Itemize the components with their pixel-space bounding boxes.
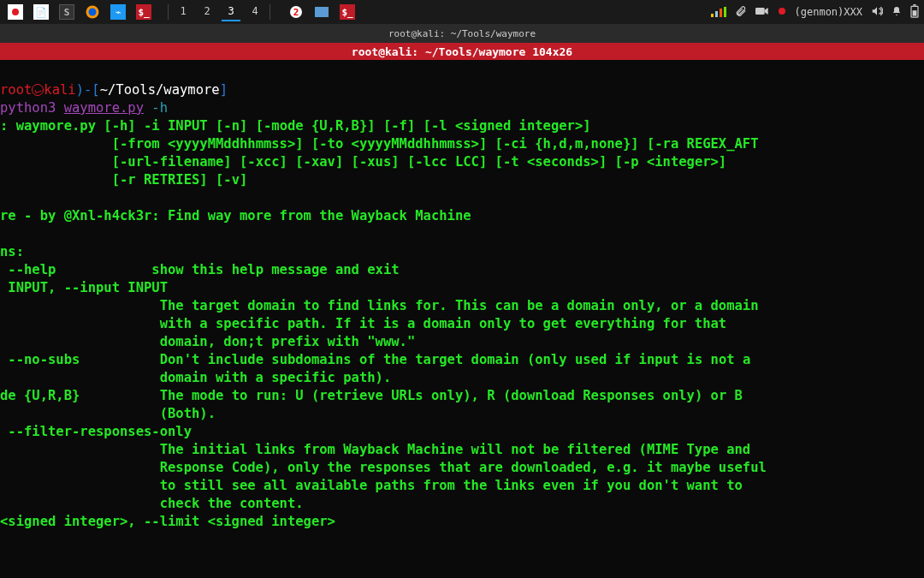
prompt-path: ~/Tools/waymore [100, 82, 220, 98]
opt-input-d3b: domain, don;t prefix with "www." [160, 334, 416, 349]
workspace-3[interactable]: 3 [222, 3, 240, 21]
options-header: ns: [0, 244, 24, 259]
prompt-user: root [0, 82, 32, 98]
attachment-icon[interactable] [735, 5, 747, 20]
opt-input-d3: domain, don;t prefix with "www." [0, 334, 415, 349]
opt-input-d1: The target domain to find links for. Thi… [0, 298, 759, 313]
opt-nosubs-d2: domain with a specific path). [0, 370, 391, 385]
opt-nosubs-d1: Don't include subdomains of the target d… [160, 352, 751, 367]
volume-icon[interactable] [871, 5, 883, 20]
opt-filter-d1: The initial links from Wayback Machine w… [0, 442, 750, 457]
workspace-1[interactable]: 1 [174, 3, 192, 21]
svg-point-1 [89, 9, 97, 16]
opt-filter-d2b: Response Code), only the responses that … [160, 460, 767, 475]
opt-input-d1b: The target domain to find links for. Thi… [160, 298, 759, 313]
usage-l2: [-from <yyyyMMddhhmmss>] [-to <yyyyMMddh… [0, 136, 759, 152]
opt-nosubs-d2b: domain with a specific path). [160, 370, 392, 385]
opt-filter-d3: to still see all available paths from th… [0, 478, 743, 493]
svg-rect-4 [755, 8, 765, 15]
opt-mode: de {U,R,B} The mode to run: U (retrieve … [0, 388, 743, 403]
svg-rect-7 [913, 4, 915, 6]
opt-nosubs: --no-subs Don't include subdomains of th… [0, 352, 750, 367]
cmd-flag: -h [151, 100, 168, 116]
opt-nosubs-flag: --no-subs [0, 352, 80, 367]
app-shortcut-icon[interactable]: 2 [286, 3, 306, 21]
opt-input-d2: with a specific path. If it is a domain … [0, 316, 726, 331]
opt-filter-d3b: to still see all available paths from th… [160, 478, 743, 493]
cmd-script: waymore.py [64, 100, 144, 116]
opt-mode-d2: (Both). [0, 406, 216, 421]
record-icon[interactable] [778, 6, 786, 18]
usage-l3b: [-url-filename] [-xcc] [-xav] [-xus] [-l… [112, 154, 727, 170]
genmon-label: (genmon)XXX [795, 6, 862, 18]
workspace-2[interactable]: 2 [198, 3, 216, 21]
opt-mode-flag: de {U,R,B} [0, 388, 80, 403]
prompt-logo [32, 82, 44, 98]
usage-prefix: : waymore.py [0, 118, 104, 134]
terminal-output[interactable]: rootkali)-[~/Tools/waymore] python3 waym… [0, 60, 924, 578]
resource-monitor-icon[interactable] [711, 7, 726, 17]
usage-l1b: [-h] -i INPUT [-n] [-mode {U,R,B}] [-f] … [104, 118, 590, 134]
separator [168, 4, 169, 20]
window-titlebar[interactable]: root@kali: ~/Tools/waymore [0, 24, 924, 43]
prompt-close: ] [220, 82, 228, 98]
separator [270, 4, 270, 20]
opt-help-flag: --help [0, 262, 56, 277]
battery-icon[interactable] [910, 4, 919, 21]
opt-filter-d2: Response Code), only the responses that … [0, 460, 767, 475]
opt-filter-d4: check the content. [0, 496, 304, 511]
cmd-interp: python3 [0, 100, 56, 116]
usage-l4b: [-r RETRIES] [-v] [112, 172, 248, 188]
opt-limit: <signed integer>, --limit <signed intege… [0, 514, 335, 529]
opt-input-flag: INPUT, --input INPUT [0, 280, 168, 295]
prompt-sep: )-[ [76, 82, 100, 98]
app-shortcut2-icon[interactable] [311, 3, 332, 21]
prompt-host: kali [44, 82, 75, 98]
usage-l4: [-r RETRIES] [-v] [0, 172, 247, 188]
camera-icon[interactable] [755, 6, 769, 19]
opt-filter-d1b: The initial links from Wayback Machine w… [160, 442, 751, 457]
opt-help-desc: show this help message and exit [151, 262, 399, 277]
terminal-dimensions-bar: root@kali: ~/Tools/waymore 104x26 [0, 43, 924, 60]
app-launcher-icon[interactable] [5, 3, 26, 21]
opt-help: --help show this help message and exit [0, 262, 400, 277]
opt-mode-d2b: (Both). [160, 406, 216, 421]
workspace-4[interactable]: 4 [246, 3, 264, 21]
taskbar-left: 📄 S ⌁ $_ 1 2 3 4 2 $_ [5, 3, 358, 21]
opt-filter-flag: --filter-responses-only [0, 424, 192, 439]
opt-mode-d1: The mode to run: U (retrieve URLs only),… [160, 388, 743, 403]
usage-l1: : waymore.py [-h] -i INPUT [-n] [-mode {… [0, 118, 591, 134]
svg-point-5 [779, 8, 785, 15]
vscode-icon[interactable]: ⌁ [108, 3, 128, 21]
svg-rect-8 [913, 10, 917, 15]
opt-input-d2b: with a specific path. If it is a domain … [160, 316, 727, 331]
firefox-icon[interactable] [82, 3, 103, 21]
usage-l3: [-url-filename] [-xcc] [-xav] [-xus] [-l… [0, 154, 726, 170]
notification-icon[interactable] [891, 5, 902, 20]
taskbar: 📄 S ⌁ $_ 1 2 3 4 2 $_ (genmon)XXX [0, 0, 924, 24]
sublime-icon[interactable]: S [56, 3, 77, 21]
opt-filter-d4b: check the content. [160, 496, 304, 511]
terminal-active-icon[interactable]: $_ [337, 3, 358, 21]
usage-l2b: [-from <yyyyMMddhhmmss>] [-to <yyyyMMddh… [112, 136, 759, 152]
terminal-icon[interactable]: $_ [133, 3, 154, 21]
tagline: re - by @Xnl-h4ck3r: Find way more from … [0, 208, 471, 223]
notes-icon[interactable]: 📄 [31, 3, 51, 21]
taskbar-right: (genmon)XXX [711, 4, 919, 21]
svg-text:2: 2 [293, 7, 299, 18]
